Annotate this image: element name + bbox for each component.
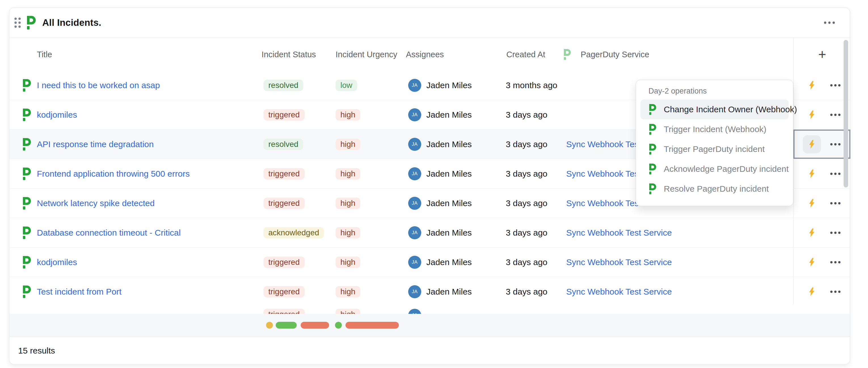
status-badge: resolved: [264, 80, 303, 91]
skeleton-bar: [301, 322, 329, 329]
pagerduty-menu-icon: [648, 104, 656, 115]
column-header-urgency[interactable]: Incident Urgency: [336, 50, 397, 59]
add-column-button[interactable]: +: [818, 47, 826, 61]
created-at: 3 days ago: [506, 110, 548, 120]
pagerduty-menu-icon: [648, 144, 656, 155]
all-incidents-widget: All Incidents. Title Incident Status Inc…: [9, 7, 850, 365]
run-action-button[interactable]: [803, 106, 821, 124]
pagerduty-menu-icon: [648, 183, 656, 194]
column-header-assignees[interactable]: Assignees: [406, 50, 444, 59]
service-link[interactable]: Sync Webhook Test Service: [566, 258, 672, 267]
menu-item[interactable]: Acknowledge PagerDuty incident: [641, 159, 788, 179]
widget-menu-button[interactable]: [823, 22, 836, 24]
created-at: 3 days ago: [506, 287, 548, 297]
column-header-title[interactable]: Title: [37, 50, 52, 59]
menu-item[interactable]: Trigger PagerDuty incident: [641, 139, 788, 159]
widget-footer: 15 results: [9, 337, 850, 364]
assignee-name: Jaden Miles: [426, 198, 472, 208]
skeleton-dot: [266, 322, 273, 329]
incident-title-link[interactable]: kodjomiles: [37, 110, 77, 120]
menu-item[interactable]: Change Incident Owner (Webhook): [641, 100, 788, 120]
pagerduty-menu-icon: [648, 164, 656, 174]
row-menu-button[interactable]: [830, 261, 841, 263]
incident-title-link[interactable]: I need this to be worked on asap: [37, 80, 160, 90]
avatar: JA: [408, 79, 421, 92]
pagerduty-row-icon: [21, 138, 31, 150]
run-action-button[interactable]: [803, 165, 821, 183]
status-badge: triggered: [264, 286, 305, 297]
incident-title-link[interactable]: API response time degradation: [37, 139, 154, 149]
vertical-scrollbar[interactable]: [844, 40, 848, 188]
row-menu-button[interactable]: [830, 291, 841, 293]
row-menu-button[interactable]: [830, 114, 841, 116]
partial-row: triggered high JA: [9, 304, 850, 314]
service-link[interactable]: Sync Webhook Test Service: [566, 287, 672, 297]
skeleton-bar: [345, 322, 399, 329]
column-header-status[interactable]: Incident Status: [261, 50, 316, 59]
menu-item-label: Acknowledge PagerDuty incident: [664, 164, 788, 174]
row-menu-button[interactable]: [830, 232, 841, 234]
run-action-button[interactable]: [803, 224, 821, 242]
created-at: 3 days ago: [506, 258, 548, 267]
avatar: JA: [408, 309, 421, 314]
column-header-created[interactable]: Created At: [506, 50, 545, 59]
row-actions-cell: [794, 71, 850, 100]
assignee-name: Jaden Miles: [426, 287, 472, 297]
avatar: JA: [408, 197, 421, 210]
row-actions-cell: [794, 100, 850, 129]
assignee-name: Jaden Miles: [426, 228, 472, 238]
created-at: 3 days ago: [506, 198, 548, 208]
service-link[interactable]: Sync Webhook Test Service: [566, 228, 672, 238]
menu-item-label: Change Incident Owner (Webhook): [664, 105, 797, 114]
incident-title-link[interactable]: Frontend application throwing 500 errors: [37, 169, 190, 179]
table-row[interactable]: Test incident from Port triggered high J…: [9, 277, 850, 306]
widget-title: All Incidents.: [42, 17, 101, 28]
status-badge: triggered: [264, 198, 305, 209]
created-at: 3 days ago: [506, 228, 548, 238]
pagerduty-row-icon: [21, 168, 31, 180]
incident-title-link[interactable]: Database connection timeout - Critical: [37, 228, 181, 238]
run-action-button[interactable]: [803, 135, 821, 154]
status-badge: triggered: [264, 109, 305, 121]
menu-item[interactable]: Resolve PagerDuty incident: [641, 179, 788, 199]
run-action-button[interactable]: [803, 76, 821, 94]
menu-item-label: Resolve PagerDuty incident: [664, 184, 769, 194]
loading-skeleton-band: [9, 314, 850, 337]
table-row[interactable]: Database connection timeout - Critical a…: [9, 218, 850, 247]
status-badge: triggered: [264, 168, 305, 179]
urgency-badge: low: [336, 80, 357, 91]
pagerduty-row-icon: [21, 197, 31, 209]
incident-title-link[interactable]: Test incident from Port: [37, 287, 121, 297]
drag-handle-icon[interactable]: [14, 18, 21, 28]
avatar: JA: [408, 285, 421, 298]
row-menu-button[interactable]: [830, 202, 841, 204]
row-menu-button[interactable]: [830, 84, 841, 87]
assignee-name: Jaden Miles: [426, 169, 472, 179]
pagerduty-row-icon: [21, 227, 31, 239]
pagerduty-row-icon: [21, 286, 31, 298]
urgency-badge: high: [336, 168, 360, 179]
avatar: JA: [408, 108, 421, 121]
run-action-button[interactable]: [803, 283, 821, 301]
status-badge: triggered: [264, 309, 305, 314]
menu-item[interactable]: Trigger Incident (Webhook): [641, 120, 788, 139]
row-menu-button[interactable]: [830, 173, 841, 175]
skeleton-bar: [276, 322, 297, 329]
created-at: 3 days ago: [506, 139, 548, 149]
avatar: JA: [408, 226, 421, 239]
run-action-button[interactable]: [803, 253, 821, 271]
row-actions-cell: [794, 247, 850, 277]
pagerduty-row-icon: [21, 109, 31, 121]
pagerduty-row-icon: [21, 256, 31, 268]
run-action-button[interactable]: [803, 194, 821, 212]
menu-header: Day-2 operations: [648, 87, 793, 96]
incident-title-link[interactable]: Network latency spike detected: [37, 198, 155, 208]
menu-item-label: Trigger PagerDuty incident: [664, 144, 765, 154]
incident-title-link[interactable]: kodjomiles: [37, 258, 77, 267]
assignee-name: Jaden Miles: [426, 80, 472, 90]
row-actions-cell: [794, 218, 850, 247]
row-menu-button[interactable]: [830, 143, 841, 145]
urgency-badge: high: [336, 109, 360, 121]
table-row[interactable]: kodjomiles triggered high JA Jaden Miles…: [9, 247, 850, 277]
column-header-service[interactable]: PagerDuty Service: [581, 50, 649, 59]
